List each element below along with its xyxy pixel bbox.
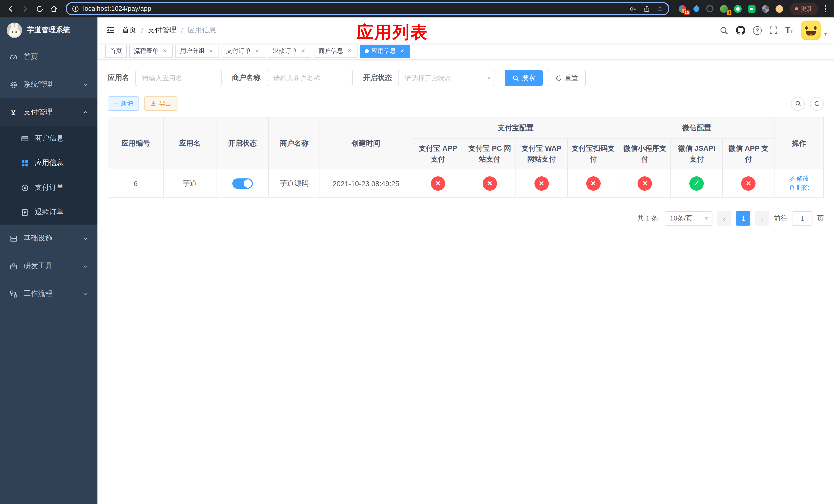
col-wechat-app: 微信 APP 支付 <box>723 139 774 169</box>
extension-icon-3[interactable] <box>705 4 715 13</box>
filter-form: 应用名 商户名称 开启状态 ▾ <box>108 70 824 86</box>
browser-update-button[interactable]: 更新 <box>790 2 818 15</box>
bookmark-star-icon[interactable]: ☆ <box>657 5 663 12</box>
page-size-select[interactable]: 10条/页 ▾ <box>665 211 712 226</box>
page-number-1[interactable]: 1 <box>736 211 750 226</box>
merchant-name-label: 商户名称 <box>232 73 261 83</box>
col-created: 创建时间 <box>320 117 412 169</box>
cell-merchant: 芋道源码 <box>268 169 320 198</box>
extension-icon-1[interactable]: 10 <box>678 4 687 13</box>
breadcrumb-home[interactable]: 首页 <box>122 26 136 35</box>
sidebar-item-refund-orders[interactable]: 退款订单 <box>0 200 97 225</box>
extension-icon-5[interactable] <box>733 4 742 13</box>
tab-pay-orders[interactable]: 支付订单 × <box>222 44 265 58</box>
table-toolbar: + 新增 导出 <box>108 96 824 111</box>
browser-forward-button[interactable] <box>19 2 32 15</box>
github-icon[interactable] <box>736 26 745 35</box>
active-dot-icon <box>365 49 369 53</box>
sidebar-item-pay-orders[interactable]: 支付订单 <box>0 175 97 200</box>
tab-home[interactable]: 首页 <box>105 44 127 58</box>
tab-app-info[interactable]: 应用信息 × <box>360 44 410 58</box>
sidebar-item-app-info[interactable]: 应用信息 <box>0 151 97 175</box>
page-content: 应用名 商户名称 开启状态 ▾ <box>97 60 834 504</box>
fullscreen-icon[interactable] <box>769 26 777 35</box>
close-icon[interactable]: × <box>346 47 353 54</box>
search-button[interactable]: 搜索 <box>505 70 543 86</box>
sidebar-item-payment[interactable]: ¥ 支付管理 <box>0 98 97 126</box>
url-text[interactable]: localhost:1024/pay/app <box>83 5 626 12</box>
reset-button[interactable]: 重置 <box>548 70 586 86</box>
goto-page-input[interactable] <box>792 211 812 226</box>
grid-icon <box>21 159 29 167</box>
col-app-id: 应用编号 <box>108 117 163 169</box>
sidebar-item-infrastructure[interactable]: 基础设施 <box>0 225 97 252</box>
add-button[interactable]: + 新增 <box>108 96 139 111</box>
close-icon[interactable]: × <box>207 47 214 54</box>
breadcrumb-separator: / <box>141 26 143 35</box>
browser-back-button[interactable] <box>4 2 18 15</box>
close-icon[interactable]: × <box>398 47 406 54</box>
user-avatar[interactable] <box>801 21 821 40</box>
group-wechat-config: 微信配置 <box>619 117 774 139</box>
address-bar[interactable]: localhost:1024/pay/app ☆ <box>66 2 670 15</box>
document-icon <box>21 208 29 216</box>
next-page-button[interactable]: › <box>755 211 769 226</box>
status-select-input[interactable] <box>398 70 495 86</box>
status-select[interactable]: ▾ <box>398 70 495 86</box>
app-name-input[interactable] <box>135 70 222 86</box>
extension-icon-2[interactable] <box>692 4 701 13</box>
apps-table: 应用编号 应用名 开启状态 商户名称 创建时间 支付宝配置 微信配置 操作 支付… <box>108 117 824 198</box>
app-logo[interactable]: 芋道管理系统 <box>0 18 97 43</box>
share-icon[interactable] <box>643 5 651 12</box>
refresh-icon <box>814 100 820 107</box>
extension-icon-8[interactable] <box>774 4 784 13</box>
close-icon[interactable]: × <box>254 47 261 54</box>
group-alipay-config: 支付宝配置 <box>412 117 619 139</box>
close-icon[interactable]: × <box>300 47 307 54</box>
app-name-label: 应用名 <box>108 73 129 83</box>
extension-icon-6[interactable] <box>747 4 756 13</box>
breadcrumb-payment[interactable]: 支付管理 <box>148 26 176 35</box>
sidebar-item-devtools[interactable]: 研发工具 <box>0 252 97 280</box>
tab-refund-orders[interactable]: 退款订单 × <box>268 44 311 58</box>
download-icon <box>150 100 156 107</box>
refresh-table-button[interactable] <box>810 97 824 111</box>
chevron-down-icon <box>83 82 88 87</box>
tab-user-group[interactable]: 用户分组 × <box>175 44 219 58</box>
password-key-icon[interactable] <box>630 5 637 13</box>
extension-icon-7[interactable] <box>761 4 770 13</box>
chevron-down-icon: ▾ <box>705 215 708 222</box>
pagination-total: 共 1 条 <box>637 214 658 223</box>
extension-icon-4[interactable]: 1 <box>719 4 728 13</box>
tab-merchant-info[interactable]: 商户信息 × <box>314 44 357 58</box>
tab-process-form[interactable]: 流程表单 × <box>129 44 173 58</box>
cell-status <box>216 169 268 198</box>
prev-page-button[interactable]: ‹ <box>717 211 731 226</box>
edit-button[interactable]: 修改 <box>789 174 809 183</box>
chevron-down-icon[interactable]: ▾ <box>824 31 827 37</box>
pagination: 共 1 条 10条/页 ▾ ‹ 1 › 前往 页 <box>108 211 824 226</box>
search-icon[interactable] <box>720 26 728 35</box>
site-info-icon[interactable] <box>72 5 79 12</box>
delete-button[interactable]: 删除 <box>789 183 809 192</box>
plus-icon: + <box>114 100 118 107</box>
font-size-icon[interactable]: TT <box>785 26 793 35</box>
help-icon[interactable]: ? <box>753 26 762 35</box>
sidebar-item-workflow[interactable]: 工作流程 <box>0 280 97 307</box>
col-alipay-pc: 支付宝 PC 网站支付 <box>464 139 516 169</box>
status-toggle[interactable] <box>232 178 253 188</box>
sidebar-item-home[interactable]: 首页 <box>0 43 97 71</box>
sidebar-collapse-icon[interactable] <box>106 26 115 35</box>
update-dot-icon <box>795 7 798 10</box>
app-list-annotation: 应用列表 <box>356 21 428 44</box>
merchant-name-input[interactable] <box>267 70 353 86</box>
toggle-search-button[interactable] <box>791 97 805 111</box>
sidebar-item-system[interactable]: 系统管理 <box>0 71 97 98</box>
page-suffix-label: 页 <box>817 214 824 223</box>
export-button[interactable]: 导出 <box>144 96 177 111</box>
browser-menu-icon[interactable] <box>821 5 830 12</box>
browser-home-button[interactable] <box>47 2 61 15</box>
sidebar-item-merchant-info[interactable]: 商户信息 <box>0 126 97 151</box>
close-icon[interactable]: × <box>161 47 168 54</box>
browser-reload-button[interactable] <box>33 2 46 15</box>
